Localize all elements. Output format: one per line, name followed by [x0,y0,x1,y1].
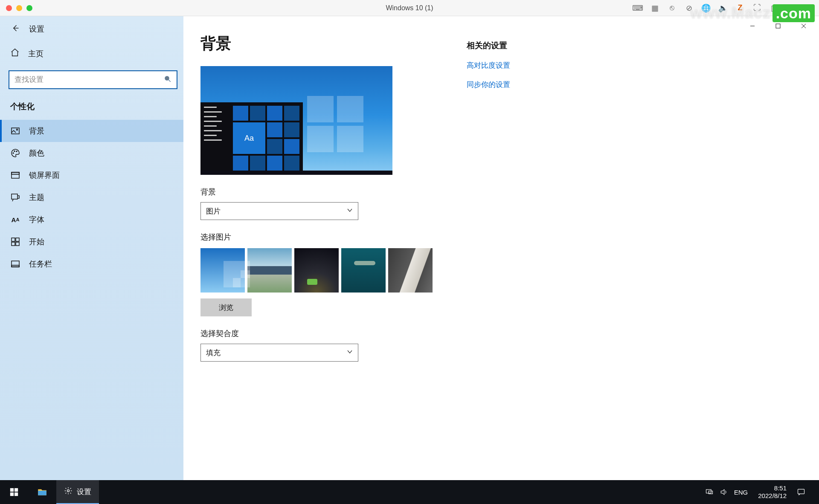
windows-taskbar: 设置 ENG 8:51 2022/8/12 [0,480,819,504]
settings-main: 背景 Aa [183,16,819,480]
action-center-icon[interactable] [797,488,805,496]
svg-rect-9 [12,238,15,241]
related-link-high-contrast[interactable]: 高对比度设置 [467,61,612,70]
start-grid-icon [10,237,20,247]
taskbar-time: 8:51 [758,484,787,492]
taskbar-icon [10,259,20,269]
chip-icon[interactable]: ▦ [650,3,659,13]
sidebar-home-label: 主页 [28,49,44,59]
sidebar-item-label: 开始 [29,237,44,247]
lockscreen-icon [10,170,20,180]
settings-header: 设置 [0,16,183,42]
svg-rect-15 [776,24,780,28]
back-icon[interactable] [11,24,20,34]
svg-rect-7 [12,172,19,174]
close-traffic-light[interactable] [6,5,12,11]
ime-indicator[interactable]: ENG [734,489,748,496]
settings-header-title: 设置 [29,24,44,34]
usb-icon[interactable]: ⎋ [667,3,677,13]
sidebar-item-label: 字体 [29,214,44,225]
svg-rect-12 [16,242,19,246]
brush-icon [10,192,20,203]
search-input-wrapper[interactable] [9,70,177,89]
sidebar-item-themes[interactable]: 主题 [0,186,183,209]
sidebar-item-start[interactable]: 开始 [0,231,183,253]
svg-point-0 [165,76,169,80]
sidebar-item-label: 锁屏界面 [29,170,60,180]
taskbar-app-label: 设置 [77,487,91,497]
svg-rect-1 [12,128,19,134]
search-input[interactable] [15,75,164,84]
settings-sidebar: 设置 主页 个性化 背景 [0,16,183,480]
sidebar-item-background[interactable]: 背景 [0,120,183,142]
watermark-suffix: .com [773,4,815,22]
sidebar-item-label: 背景 [29,126,44,136]
sidebar-item-colors[interactable]: 颜色 [0,142,183,164]
svg-point-3 [13,153,14,154]
settings-taskbar-item[interactable]: 设置 [56,480,99,504]
browse-button[interactable]: 浏览 [200,298,252,316]
watermark-text: www.Macz [690,4,771,22]
choose-picture-label: 选择图片 [200,232,433,242]
related-settings-title: 相关的设置 [467,40,612,51]
tray-project-icon[interactable] [705,488,714,496]
svg-rect-16 [10,488,14,492]
sidebar-item-fonts[interactable]: AA 字体 [0,209,183,231]
sidebar-item-lockscreen[interactable]: 锁屏界面 [0,164,183,186]
svg-rect-23 [798,489,804,494]
svg-rect-11 [12,242,15,246]
svg-rect-22 [709,491,712,494]
picture-thumb-4[interactable] [341,248,386,293]
picture-thumbnails [200,248,433,293]
desktop-preview: Aa [200,66,392,175]
taskbar-clock[interactable]: 8:51 2022/8/12 [754,484,791,500]
sidebar-home[interactable]: 主页 [0,42,183,65]
svg-rect-8 [12,194,17,199]
svg-rect-19 [15,492,18,496]
picture-thumb-1[interactable] [200,248,245,293]
sidebar-nav: 背景 颜色 锁屏界面 [0,120,183,275]
windows-logo-graphic [307,96,367,156]
related-link-sync[interactable]: 同步你的设置 [467,80,612,90]
vm-window-title: Windows 10 (1) [386,4,433,12]
sidebar-item-taskbar[interactable]: 任务栏 [0,253,183,275]
home-icon [10,48,20,59]
svg-point-5 [16,151,17,152]
file-explorer-taskbar-icon[interactable] [28,480,56,504]
svg-rect-10 [16,238,19,241]
sidebar-category-label: 个性化 [0,97,183,120]
page-title: 背景 [200,33,433,54]
chevron-down-icon [347,348,353,357]
picture-thumb-3[interactable] [294,248,339,293]
picture-thumb-5[interactable] [388,248,433,293]
picture-thumb-2[interactable] [247,248,292,293]
taskbar-date: 2022/8/12 [758,492,787,500]
svg-rect-14 [12,265,19,267]
svg-rect-18 [10,492,14,496]
fit-field-label: 选择契合度 [200,328,433,339]
related-settings: 相关的设置 高对比度设置 同步你的设置 [467,18,612,463]
system-tray: ENG 8:51 2022/8/12 [697,484,819,500]
watermark: www.Macz.com [690,4,815,22]
start-button[interactable] [0,480,28,504]
dropdown-value: 填充 [206,348,221,358]
dropdown-value: 图片 [206,206,221,216]
sidebar-item-label: 颜色 [29,148,44,158]
search-icon [164,75,171,84]
svg-point-20 [67,490,70,492]
traffic-lights [6,5,32,11]
sidebar-item-label: 主题 [29,192,44,203]
picture-icon [10,126,20,136]
gear-icon [64,487,73,497]
sidebar-item-label: 任务栏 [29,259,52,269]
fit-dropdown[interactable]: 填充 [200,344,358,362]
start-menu-preview: Aa [200,102,303,175]
zoom-traffic-light[interactable] [26,5,32,11]
chevron-down-icon [347,207,353,215]
background-type-dropdown[interactable]: 图片 [200,202,358,220]
minimize-traffic-light[interactable] [16,5,22,11]
background-field-label: 背景 [200,187,433,197]
svg-point-2 [17,129,18,130]
keyboard-icon[interactable]: ⌨ [633,3,642,13]
tray-volume-icon[interactable] [720,488,728,496]
